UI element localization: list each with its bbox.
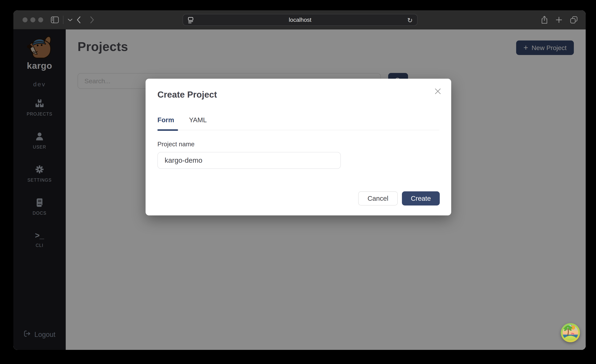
modal-title: Create Project	[157, 89, 439, 100]
browser-window: localhost ↻	[13, 10, 586, 350]
vacation-island-badge[interactable]	[561, 323, 580, 342]
page-format-icon[interactable]	[187, 17, 194, 24]
toolbar-divider	[63, 16, 63, 24]
address-url[interactable]: localhost	[183, 17, 417, 23]
close-window-button[interactable]	[22, 17, 28, 22]
project-name-input[interactable]	[157, 152, 341, 169]
cancel-button[interactable]: Cancel	[358, 191, 398, 206]
chevron-down-icon[interactable]	[68, 18, 73, 21]
project-name-label: Project name	[157, 141, 439, 148]
tab-form[interactable]: Form	[157, 116, 174, 124]
minimize-window-button[interactable]	[30, 17, 35, 22]
modal-tabs: Form YAML	[157, 116, 439, 124]
sidebar-toggle-icon[interactable]	[51, 16, 59, 23]
tab-overview-icon[interactable]	[570, 16, 578, 24]
create-project-modal: Create Project Form YAML Project name Ca…	[146, 79, 451, 215]
new-tab-icon[interactable]	[556, 16, 562, 23]
reload-icon[interactable]: ↻	[406, 16, 414, 24]
forward-icon[interactable]	[90, 16, 94, 24]
share-icon[interactable]	[541, 16, 548, 24]
tabs-divider	[157, 130, 439, 130]
modal-footer: Cancel Create	[358, 191, 440, 206]
active-tab-indicator	[157, 129, 178, 131]
address-bar[interactable]: localhost ↻	[183, 14, 417, 26]
window-controls	[22, 17, 43, 22]
create-button[interactable]: Create	[402, 191, 440, 206]
tab-yaml[interactable]: YAML	[189, 116, 207, 124]
browser-toolbar: localhost ↻	[13, 10, 586, 30]
close-icon[interactable]	[433, 86, 443, 96]
back-icon[interactable]	[76, 16, 81, 24]
zoom-window-button[interactable]	[38, 17, 43, 22]
